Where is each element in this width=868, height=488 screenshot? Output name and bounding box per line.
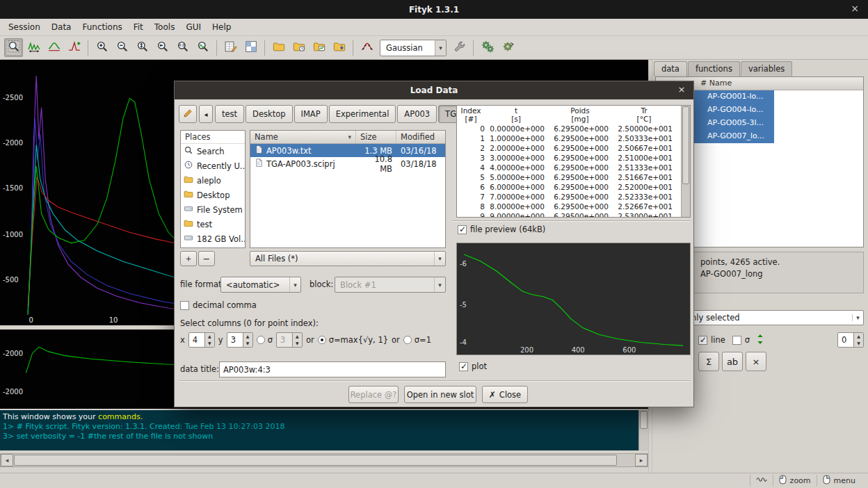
spin-down-icon[interactable]: ▼	[205, 340, 214, 347]
preview-table-row: 11.00000e+0006.29500e+0002.50333e+001	[457, 133, 690, 143]
add-place-button[interactable]: ＋	[180, 251, 197, 266]
column-header-size[interactable]: Size	[356, 131, 396, 143]
place-item[interactable]: File System	[181, 202, 245, 217]
rename-dataset-button[interactable]: ab	[722, 352, 743, 371]
scroll-left-arrow-icon[interactable]: ◂	[1, 454, 13, 466]
data-title-input[interactable]	[219, 361, 446, 377]
horizontal-scrollbar[interactable]: ◂ ▸	[0, 453, 648, 467]
menu-functions[interactable]: Functions	[77, 19, 127, 35]
function-type-select[interactable]: Gaussian▾	[380, 40, 447, 56]
zoom-all-button[interactable]	[193, 38, 212, 57]
scrollbar-handle[interactable]	[640, 411, 648, 429]
place-item[interactable]: Desktop	[181, 188, 245, 202]
add-peak-mode-button[interactable]	[65, 38, 83, 57]
sigma-column-radio[interactable]: σ	[257, 335, 273, 345]
path-button-experimental[interactable]: Experimental	[329, 105, 396, 123]
save-session-button[interactable]	[330, 38, 348, 57]
zoom-vertical-icon	[136, 40, 149, 55]
sum-datasets-button[interactable]: Σ	[698, 352, 719, 371]
zoom-vertical-button[interactable]	[133, 38, 152, 57]
console-vertical-scrollbar[interactable]	[638, 410, 648, 450]
path-button-imap[interactable]: IMAP	[294, 105, 328, 123]
line-checkbox[interactable]: line	[698, 335, 725, 345]
decimal-comma-checkbox[interactable]: decimal comma	[180, 300, 257, 310]
dataset-name: AP-GO001-lo...	[707, 92, 764, 101]
save-image-button[interactable]	[310, 38, 328, 57]
zoom-mode-button[interactable]	[4, 38, 23, 57]
column-label: Poids	[552, 106, 609, 115]
file-format-select[interactable]: <automatic> ▾	[220, 277, 301, 293]
open-in-new-slot-button[interactable]: Open in new slot	[404, 386, 476, 403]
data-table-button[interactable]	[221, 38, 240, 57]
sigma-one-radio[interactable]: σ=1	[403, 335, 431, 345]
file-preview-label: file preview (64kB)	[470, 225, 545, 234]
menu-fit[interactable]: Fit	[128, 19, 149, 35]
spin-up-icon[interactable]: ▲	[243, 333, 252, 340]
tab-variables[interactable]: variables	[741, 61, 792, 76]
function-type-value: Gaussian	[386, 43, 423, 53]
spin-down-icon[interactable]: ▼	[854, 340, 863, 347]
file-preview-checkbox[interactable]: file preview (64kB)	[458, 225, 545, 234]
zoom-in-button[interactable]	[93, 38, 111, 57]
separator	[452, 220, 691, 222]
dialog-titlebar[interactable]: Load Data ×	[175, 81, 693, 99]
column-header-modified[interactable]: Modified	[396, 131, 445, 143]
zoom-48-button[interactable]: 4:8	[173, 38, 192, 57]
place-item[interactable]: 182 GB Vol...	[181, 231, 245, 246]
menu-session[interactable]: Session	[3, 19, 46, 35]
delete-dataset-button[interactable]: ×	[746, 352, 766, 371]
scrollbar-handle[interactable]	[14, 455, 617, 466]
menu-help[interactable]: Help	[207, 19, 236, 35]
plot-checkbox[interactable]: plot	[459, 361, 487, 371]
file-type-filter-select[interactable]: All Files (*) ▾	[250, 251, 446, 266]
scrollbar-handle[interactable]	[682, 106, 689, 184]
remove-place-button[interactable]: −	[198, 251, 215, 266]
menu-data[interactable]: Data	[46, 19, 77, 35]
path-button-ap003[interactable]: AP003	[397, 105, 437, 123]
place-item[interactable]: Search	[181, 144, 245, 158]
place-item[interactable]: test	[181, 217, 245, 231]
spin-up-icon[interactable]: ▲	[205, 333, 214, 340]
scrollbar-track[interactable]	[13, 454, 635, 466]
data-range-mode-button[interactable]	[24, 38, 43, 57]
sigma-max-radio[interactable]: σ=max{√y, 1}	[318, 335, 388, 345]
zoom-out-button[interactable]	[113, 38, 131, 57]
menu-gui[interactable]: GUI	[180, 19, 207, 35]
path-back-button[interactable]: ◂	[199, 105, 213, 123]
menu-tools[interactable]: Tools	[149, 19, 181, 35]
x-column-spinner[interactable]: 4▲▼	[188, 332, 215, 348]
file-row[interactable]: AP003w.txt1.3 MB03/16/18	[250, 144, 445, 157]
place-item[interactable]: Recently U...	[181, 158, 245, 173]
preview-cell: 2.50667e+001	[616, 143, 680, 153]
column-header-name[interactable]: Name▾	[250, 131, 356, 143]
zoom-previous-button[interactable]	[153, 38, 172, 57]
shift-spinner[interactable]: 0▲▼	[837, 332, 864, 348]
tab-functions[interactable]: functions	[688, 61, 740, 76]
define-function-button[interactable]	[450, 38, 469, 57]
place-label: 182 GB Vol...	[197, 234, 245, 244]
window-close-icon[interactable]: ×	[849, 3, 861, 14]
path-button-test[interactable]: test	[215, 105, 244, 123]
sigma-checkbox[interactable]: σ	[732, 335, 750, 345]
file-row[interactable]: TGA-AP003.sciprj10.8 MB03/18/18	[250, 157, 445, 170]
scroll-right-arrow-icon[interactable]: ▸	[635, 454, 648, 466]
settings-button[interactable]	[241, 38, 260, 57]
dialog-close-button[interactable]: ✗Close	[482, 386, 528, 403]
line-checkbox-label: line	[711, 335, 725, 345]
open-file-button[interactable]	[269, 38, 288, 57]
run-gears-button[interactable]	[498, 38, 517, 57]
type-filename-toggle-button[interactable]	[179, 105, 197, 123]
dialog-close-icon[interactable]: ×	[675, 84, 688, 95]
y-column-spinner[interactable]: 3▲▼	[227, 332, 253, 348]
output-console[interactable]: This window shows your commands. 1> # Fi…	[0, 410, 648, 450]
spin-down-icon[interactable]: ▼	[243, 340, 252, 347]
place-item[interactable]: aleplo	[181, 173, 245, 188]
preview-table-scrollbar[interactable]	[681, 106, 690, 217]
path-button-desktop[interactable]: Desktop	[246, 105, 292, 123]
open-recent-button[interactable]	[289, 38, 308, 57]
spin-up-icon[interactable]: ▲	[854, 333, 863, 340]
tab-data[interactable]: data	[654, 61, 687, 76]
baseline-mode-button[interactable]	[45, 38, 63, 57]
manual-fit-button[interactable]	[357, 38, 376, 57]
run-script-button[interactable]	[478, 38, 497, 57]
